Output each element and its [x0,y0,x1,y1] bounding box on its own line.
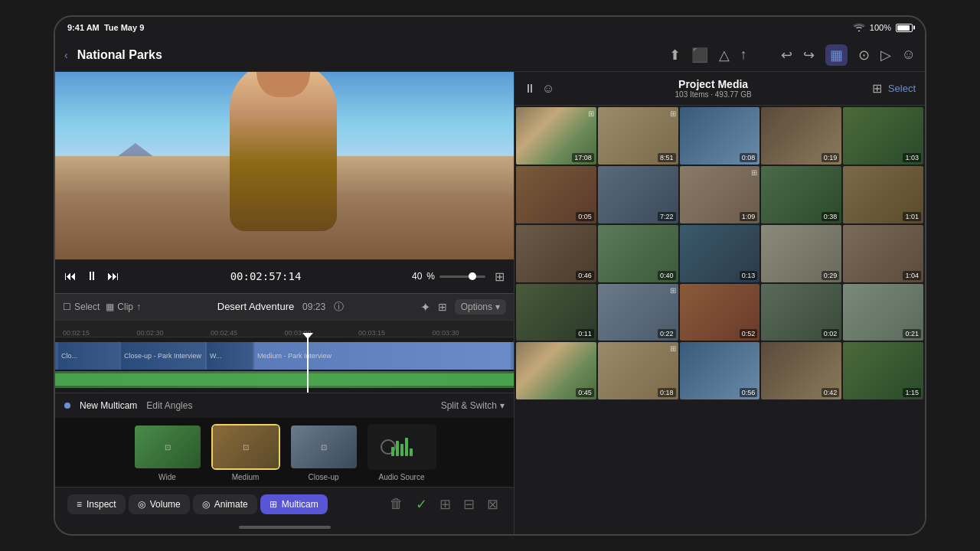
media-item-6[interactable]: 0:05 [516,166,596,223]
inspect-button[interactable]: ≡ Inspect [67,494,126,514]
export-icon[interactable]: ⬆ [669,47,681,64]
media-duration-9: 0:38 [822,212,840,221]
media-item-14[interactable]: 0:29 [761,225,841,282]
timeline-tracks: Clo... Close-up - Park Interview W... Me… [55,337,514,393]
media-pause-icon[interactable]: ⏸ [524,82,536,96]
media-face-icon[interactable]: ☺ [542,82,554,96]
closeup-camera-icon: ⊡ [321,442,327,451]
fast-forward-button[interactable]: ⏭ [107,269,119,283]
medium-label: Medium [232,473,260,481]
audio-track[interactable] [55,371,514,388]
multicam-toggle-icon[interactable]: ✦ [420,300,430,315]
media-item-23[interactable]: 0:56 [680,342,760,399]
mark-icon[interactable]: △ [719,47,730,64]
animate-button[interactable]: ◎ Animate [193,494,257,514]
arrange-icon[interactable]: ⊠ [484,493,501,516]
media-item-10[interactable]: 1:01 [843,166,923,223]
redo-icon[interactable]: ↪ [803,47,815,64]
wifi-icon [853,22,865,33]
media-item-4[interactable]: 0:19 [761,107,841,165]
media-item-2[interactable]: ⊞8:51 [598,107,678,165]
person-figure [230,72,337,231]
split-icon[interactable]: ⊞ [436,493,454,516]
zoom-slider[interactable] [439,276,485,278]
media-duration-21: 0:45 [576,388,594,397]
edit-angles-button[interactable]: Edit Angles [146,400,192,411]
multicam-header: New Multicam Edit Angles Split & Switch … [55,393,514,418]
multicam-clip-audio[interactable]: Audio Source [368,424,436,481]
camera-record-icon[interactable]: ⬛ [691,47,708,64]
multicam-clip-medium[interactable]: ⊡ Medium [211,424,280,481]
face-detect-icon[interactable]: ⊙ [858,47,870,64]
media-item-21[interactable]: 0:45 [516,342,596,399]
track-segment-2[interactable]: Close-up - Park Interview [121,342,205,370]
media-item-13[interactable]: 0:13 [680,225,760,282]
multicam-button[interactable]: ⊞ Multicam [260,494,328,514]
multicam-overlay-icon-2: ⊞ [670,109,676,118]
camera-switch-icon[interactable]: ⊞ [438,301,447,313]
status-time: 9:41 AM Tue May 9 [67,23,144,32]
detach-icon[interactable]: ⊟ [460,493,478,516]
media-item-3[interactable]: 0:08 [680,107,760,165]
playhead[interactable] [307,337,309,393]
device-frame: 9:41 AM Tue May 9 100% ‹ National Parks [54,15,926,536]
media-item-9[interactable]: 0:38 [761,166,841,223]
share-icon[interactable]: ↑ [740,47,747,63]
battery-percent: 100% [870,23,891,32]
more-icon[interactable]: ☺ [902,47,916,63]
timeline-select-button[interactable]: ☐ Select [63,302,100,312]
media-item-11[interactable]: 0:46 [516,225,596,282]
media-select-button[interactable]: Select [888,83,916,94]
inspect-icon: ≡ [77,499,82,510]
back-button[interactable]: ‹ [64,49,68,61]
media-item-24[interactable]: 0:42 [761,342,841,399]
media-item-15[interactable]: 1:04 [843,225,923,282]
options-button[interactable]: Options ▾ [455,299,506,315]
grid-layout-icon[interactable]: ⊞ [872,81,882,96]
delete-icon[interactable]: 🗑 [387,493,407,515]
media-browser-title: Project Media [560,78,866,90]
main-content: ⏮ ⏸ ⏭ 00:02:57:14 40 % ⊞ ☐ [55,72,925,534]
media-item-16[interactable]: 0:11 [516,284,596,341]
audio-thumb [368,424,436,470]
media-item-17[interactable]: ⊞0:22 [598,284,678,341]
media-item-25[interactable]: 1:15 [843,342,923,399]
select-icon: ☐ [63,302,71,312]
multicam-clip-closeup[interactable]: ⊡ Close-up [289,424,358,481]
top-nav: ‹ National Parks ⬆ ⬛ △ ↑ ↩ ↪ ▦ ⊙ ▷ ☺ [55,38,925,72]
zoom-value: 40 [412,271,422,282]
media-item-18[interactable]: 0:52 [680,284,760,341]
play-pause-button[interactable]: ⏸ [86,269,98,283]
play-icon[interactable]: ▷ [880,47,891,64]
media-item-7[interactable]: 7:22 [598,166,678,223]
video-track-1[interactable]: Clo... Close-up - Park Interview W... Me… [55,342,514,370]
media-item-22[interactable]: ⊞0:18 [598,342,678,399]
timeline-header: ☐ Select ▦ Clip ↑ Desert Adventure 09:23… [55,293,514,321]
photo-library-icon[interactable]: ▦ [825,44,848,66]
media-duration-2: 8:51 [658,153,676,162]
multicam-overlay-icon-17: ⊞ [670,286,676,295]
zoom-control: 40 % [412,271,485,282]
media-item-5[interactable]: 1:03 [843,107,923,165]
toolbar-right-actions: 🗑 ✓ ⊞ ⊟ ⊠ [387,493,501,516]
replay-icon[interactable]: ↩ [781,47,792,64]
split-switch-button[interactable]: Split & Switch ▾ [441,400,505,411]
track-segment-3[interactable]: W... [207,342,253,370]
track-segment-4[interactable]: Medium - Park Interview [254,342,511,370]
multicam-clips: ⊡ Wide ⊡ Medium [55,418,514,487]
checkmark-icon[interactable]: ✓ [413,493,430,516]
view-mode-button[interactable]: ⊞ [495,269,505,284]
media-browser-header: ⏸ ☺ Project Media 103 Items · 493.77 GB … [514,72,925,106]
track-segment-1[interactable]: Clo... [58,342,119,370]
media-item-12[interactable]: 0:40 [598,225,678,282]
audio-source-label: Audio Source [378,473,424,481]
volume-button[interactable]: ◎ Volume [129,494,190,514]
media-item-8[interactable]: ⊞1:09 [680,166,760,223]
media-item-19[interactable]: 0:02 [761,284,841,341]
media-item-1[interactable]: ⊞17:08 [516,107,596,165]
track-content-1: Clo... Close-up - Park Interview W... Me… [55,342,514,370]
media-item-20[interactable]: 0:21 [843,284,923,341]
multicam-clip-wide[interactable]: ⊡ Wide [133,424,202,481]
rewind-button[interactable]: ⏮ [64,269,77,283]
media-duration-4: 0:19 [822,153,840,162]
